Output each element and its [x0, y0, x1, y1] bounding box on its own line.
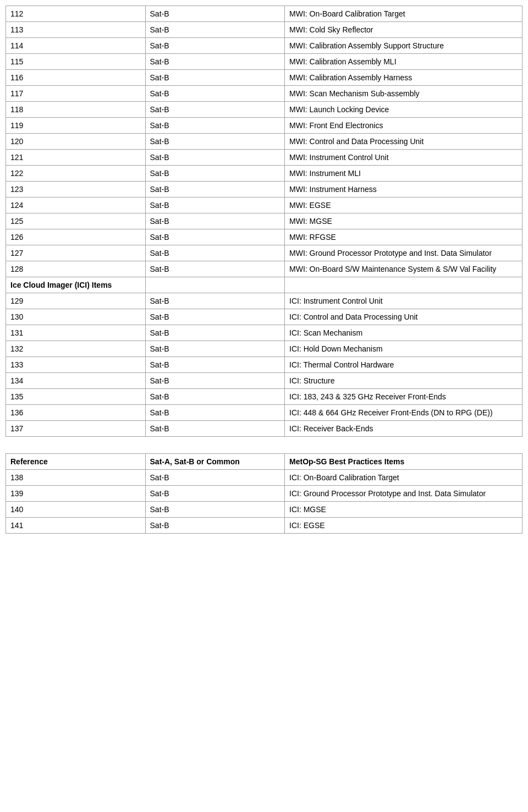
cell-desc: MWI: Calibration Assembly Harness — [285, 70, 522, 86]
cell-sat: Sat-B — [145, 102, 285, 118]
cell-desc: ICI: Hold Down Mechanism — [285, 341, 522, 357]
cell-ref: 119 — [6, 118, 146, 134]
cell-sat: Sat-B — [145, 373, 285, 389]
cell-sat: Sat-B — [145, 182, 285, 197]
cell-sat: Sat-B — [145, 405, 285, 421]
table-row: 125Sat-BMWI: MGSE — [6, 213, 522, 229]
table-row: 129Sat-BICI: Instrument Control Unit — [6, 293, 522, 309]
cell-sat: Sat-B — [145, 86, 285, 102]
second-table: Reference Sat-A, Sat-B or Common MetOp-S… — [6, 453, 522, 534]
cell-ref: 133 — [6, 357, 146, 373]
cell-ref: 118 — [6, 102, 146, 118]
cell-desc: MWI: Calibration Assembly MLI — [285, 54, 522, 70]
header-reference: Reference — [6, 454, 146, 470]
section-header-cell: Ice Cloud Imager (ICI) Items — [6, 277, 146, 293]
cell-desc: MWI: Cold Sky Reflector — [285, 22, 522, 38]
cell-sat: Sat-B — [145, 54, 285, 70]
cell-ref: 128 — [6, 261, 146, 277]
section-header-sat — [145, 277, 285, 293]
cell-ref: 114 — [6, 38, 146, 54]
cell-desc: ICI: Thermal Control Hardware — [285, 357, 522, 373]
cell-ref: 137 — [6, 421, 146, 437]
cell-desc: ICI: Scan Mechanism — [285, 325, 522, 341]
table-row: 118Sat-BMWI: Launch Locking Device — [6, 102, 522, 118]
cell-ref: 115 — [6, 54, 146, 70]
cell-ref: 136 — [6, 405, 146, 421]
table-row: 122Sat-BMWI: Instrument MLI — [6, 166, 522, 182]
cell-desc: MWI: Calibration Assembly Support Struct… — [285, 38, 522, 54]
cell-ref: 141 — [6, 518, 146, 534]
cell-sat: Sat-B — [145, 261, 285, 277]
cell-ref: 130 — [6, 309, 146, 325]
cell-ref: 138 — [6, 470, 146, 486]
table-row: 116Sat-BMWI: Calibration Assembly Harnes… — [6, 70, 522, 86]
cell-ref: 125 — [6, 213, 146, 229]
cell-sat: Sat-B — [145, 6, 285, 22]
cell-desc: ICI: Instrument Control Unit — [285, 293, 522, 309]
table-row: 140Sat-BICI: MGSE — [6, 502, 522, 518]
cell-sat: Sat-B — [145, 357, 285, 373]
cell-desc: MWI: EGSE — [285, 197, 522, 213]
cell-desc: ICI: EGSE — [285, 518, 522, 534]
table-row: 139Sat-BICI: Ground Processor Prototype … — [6, 486, 522, 502]
cell-desc: ICI: MGSE — [285, 502, 522, 518]
page: 112Sat-BMWI: On-Board Calibration Target… — [0, 0, 528, 561]
cell-sat: Sat-B — [145, 70, 285, 86]
cell-ref: 134 — [6, 373, 146, 389]
table-row: 141Sat-BICI: EGSE — [6, 518, 522, 534]
cell-desc: ICI: 183, 243 & 325 GHz Receiver Front-E… — [285, 389, 522, 405]
cell-sat: Sat-B — [145, 118, 285, 134]
cell-sat: Sat-B — [145, 38, 285, 54]
cell-ref: 117 — [6, 86, 146, 102]
header-sat: Sat-A, Sat-B or Common — [145, 454, 285, 470]
table-row: 124Sat-BMWI: EGSE — [6, 197, 522, 213]
cell-ref: 112 — [6, 6, 146, 22]
table-row: 138Sat-BICI: On-Board Calibration Target — [6, 470, 522, 486]
table-row: 113Sat-BMWI: Cold Sky Reflector — [6, 22, 522, 38]
cell-desc: MWI: Control and Data Processing Unit — [285, 134, 522, 150]
cell-ref: 120 — [6, 134, 146, 150]
cell-ref: 129 — [6, 293, 146, 309]
table-row: 135Sat-BICI: 183, 243 & 325 GHz Receiver… — [6, 389, 522, 405]
cell-desc: MWI: Launch Locking Device — [285, 102, 522, 118]
cell-sat: Sat-B — [145, 470, 285, 486]
table-row: 121Sat-BMWI: Instrument Control Unit — [6, 150, 522, 166]
cell-desc: ICI: Ground Processor Prototype and Inst… — [285, 486, 522, 502]
table-row: 133Sat-BICI: Thermal Control Hardware — [6, 357, 522, 373]
table-row: 136Sat-BICI: 448 & 664 GHz Receiver Fron… — [6, 405, 522, 421]
cell-desc: MWI: RFGSE — [285, 229, 522, 245]
table-row: 119Sat-BMWI: Front End Electronics — [6, 118, 522, 134]
cell-sat: Sat-B — [145, 150, 285, 166]
cell-ref: 132 — [6, 341, 146, 357]
cell-desc: MWI: On-Board S/W Maintenance System & S… — [285, 261, 522, 277]
table-row: 115Sat-BMWI: Calibration Assembly MLI — [6, 54, 522, 70]
cell-sat: Sat-B — [145, 213, 285, 229]
cell-ref: 131 — [6, 325, 146, 341]
cell-desc: MWI: Front End Electronics — [285, 118, 522, 134]
header-desc: MetOp-SG Best Practices Items — [285, 454, 522, 470]
cell-sat: Sat-B — [145, 293, 285, 309]
cell-ref: 124 — [6, 197, 146, 213]
cell-sat: Sat-B — [145, 166, 285, 182]
cell-desc: ICI: 448 & 664 GHz Receiver Front-Ends (… — [285, 405, 522, 421]
cell-ref: 116 — [6, 70, 146, 86]
cell-sat: Sat-B — [145, 229, 285, 245]
cell-sat: Sat-B — [145, 502, 285, 518]
cell-sat: Sat-B — [145, 197, 285, 213]
cell-ref: 140 — [6, 502, 146, 518]
cell-desc: MWI: MGSE — [285, 213, 522, 229]
cell-ref: 113 — [6, 22, 146, 38]
table-row: 126Sat-BMWI: RFGSE — [6, 229, 522, 245]
section-header-desc — [285, 277, 522, 293]
cell-desc: MWI: Scan Mechanism Sub-assembly — [285, 86, 522, 102]
cell-desc: ICI: Control and Data Processing Unit — [285, 309, 522, 325]
cell-ref: 122 — [6, 166, 146, 182]
cell-ref: 135 — [6, 389, 146, 405]
table-row: 137Sat-BICI: Receiver Back-Ends — [6, 421, 522, 437]
cell-desc: ICI: Structure — [285, 373, 522, 389]
table-row: 134Sat-BICI: Structure — [6, 373, 522, 389]
cell-desc: MWI: Ground Processor Prototype and Inst… — [285, 245, 522, 261]
table-row: 123Sat-BMWI: Instrument Harness — [6, 182, 522, 197]
table-row: 130Sat-BICI: Control and Data Processing… — [6, 309, 522, 325]
cell-sat: Sat-B — [145, 134, 285, 150]
